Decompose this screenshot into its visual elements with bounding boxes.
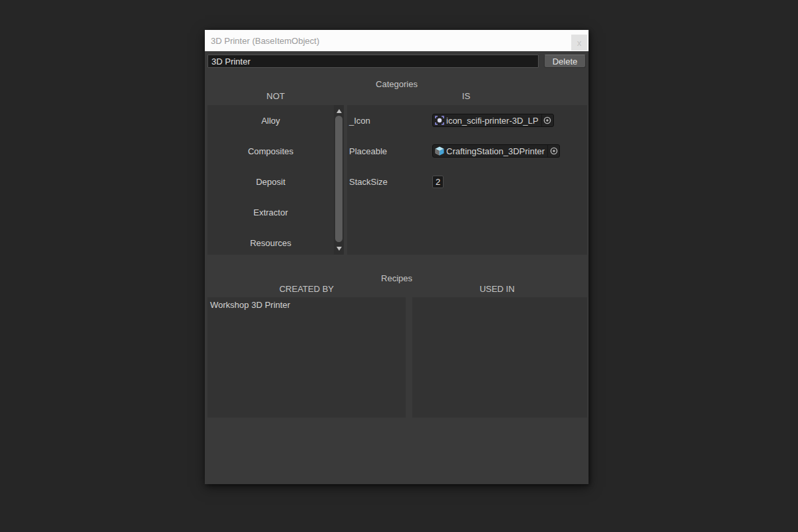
recipe-item-workshop-3d-printer[interactable]: Workshop 3D Printer [210, 299, 403, 310]
not-list-scrollbar[interactable] [334, 105, 344, 255]
icon-field-label: _Icon [349, 116, 432, 126]
created-by-header: CREATED BY [207, 284, 406, 294]
recipes-body: Workshop 3D Printer [207, 297, 587, 418]
delete-button[interactable]: Delete [544, 55, 586, 68]
category-item-composites[interactable]: Composites [207, 136, 334, 166]
created-by-panel: Workshop 3D Printer [207, 297, 406, 418]
placeable-object-field[interactable]: CraftingStation_3DPrinter [432, 144, 560, 158]
prefab-cube-icon [435, 146, 444, 156]
categories-body: Alloy Composites Deposit Extractor Resou… [207, 105, 587, 255]
close-button[interactable]: x [571, 35, 587, 51]
object-picker-icon [543, 116, 551, 124]
not-column-header: NOT [207, 91, 344, 101]
placeable-field-label: Placeable [349, 146, 432, 156]
scroll-down-arrow-icon[interactable] [336, 247, 342, 251]
close-icon: x [577, 38, 582, 48]
window-titlebar: 3D Printer (BaseItemObject) x [205, 30, 589, 51]
category-item-extractor[interactable]: Extractor [207, 197, 334, 227]
window-title: 3D Printer (BaseItemObject) [211, 36, 319, 46]
item-name-input[interactable] [207, 55, 539, 68]
category-item-alloy[interactable]: Alloy [207, 105, 334, 136]
category-item-deposit[interactable]: Deposit [207, 166, 334, 197]
is-column-header: IS [344, 91, 589, 101]
categories-section-title: Categories [205, 79, 589, 89]
icon-field-row: _Icon icon_scifi-printer-3D_LP [349, 105, 587, 136]
object-picker-button[interactable] [547, 145, 559, 157]
placeable-field-row: Placeable CraftingStation_3DPrinter [349, 136, 587, 166]
item-editor-window: 3D Printer (BaseItemObject) x Delete Cat… [205, 30, 589, 484]
not-categories-list: Alloy Composites Deposit Extractor Resou… [207, 105, 334, 258]
scroll-up-arrow-icon[interactable] [336, 109, 342, 113]
stacksize-field-label: StackSize [349, 177, 432, 187]
toolbar: Delete [205, 51, 589, 68]
icon-object-name: icon_scifi-printer-3D_LP [446, 116, 541, 126]
category-item-resources[interactable]: Resources [207, 227, 334, 258]
object-picker-icon [550, 147, 558, 155]
used-in-panel [412, 297, 587, 418]
sprite-icon [435, 116, 444, 125]
icon-object-field[interactable]: icon_scifi-printer-3D_LP [432, 114, 554, 127]
recipes-subheaders: CREATED BY USED IN [205, 284, 589, 294]
not-categories-panel: Alloy Composites Deposit Extractor Resou… [207, 105, 344, 255]
object-picker-button[interactable] [541, 114, 553, 126]
stacksize-input[interactable]: 2 [432, 176, 444, 188]
placeable-object-name: CraftingStation_3DPrinter [446, 146, 547, 156]
is-categories-panel: _Icon icon_scifi-printer-3D_LP [347, 105, 587, 255]
recipes-section-title: Recipes [205, 273, 589, 283]
categories-subheaders: NOT IS [205, 91, 589, 101]
scrollbar-thumb[interactable] [335, 116, 342, 242]
stacksize-field-row: StackSize 2 [349, 166, 587, 197]
used-in-header: USED IN [406, 284, 589, 294]
